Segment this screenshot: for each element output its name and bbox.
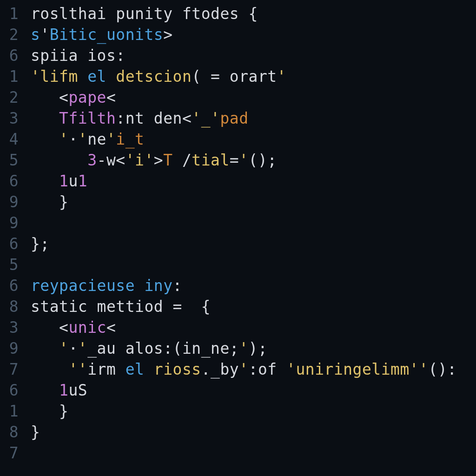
- code-line[interactable]: 1uS: [31, 380, 476, 401]
- token: {: [249, 5, 258, 23]
- line-number-gutter: 1261234569965683976187: [0, 0, 20, 476]
- token: ();: [249, 151, 277, 169]
- token: ': [239, 339, 248, 357]
- token: ': [59, 130, 68, 148]
- token: /: [182, 151, 192, 169]
- token: <: [59, 318, 68, 337]
- code-line[interactable]: [31, 213, 476, 234]
- line-number: 4: [0, 129, 20, 150]
- token: [87, 298, 97, 316]
- code-line[interactable]: s'Bitic_uonits>: [31, 25, 476, 46]
- code-area[interactable]: roslthai punity ftodes {s'Bitic_uonits>s…: [20, 0, 476, 476]
- token: alos: [126, 339, 163, 357]
- token: ne: [87, 130, 106, 148]
- token: [106, 67, 116, 86]
- token: detscion: [116, 67, 192, 86]
- token: Tfilth: [59, 109, 116, 127]
- line-number: 9: [0, 338, 20, 359]
- token: iny: [144, 277, 172, 295]
- token: };: [31, 235, 50, 253]
- token: nt: [126, 109, 145, 127]
- token: >: [163, 26, 172, 44]
- line-number: 6: [0, 46, 20, 66]
- token: [116, 339, 125, 357]
- code-line[interactable]: Tfilth:nt den<'_'pad: [31, 108, 476, 129]
- code-line[interactable]: }: [31, 422, 476, 443]
- code-editor[interactable]: 1261234569965683976187 roslthai punity f…: [0, 0, 476, 476]
- token: <: [106, 318, 116, 337]
- token: 3: [87, 151, 97, 169]
- token: den: [154, 109, 182, 127]
- code-line[interactable]: roslthai punity ftodes {: [31, 4, 476, 25]
- code-line[interactable]: '·'ne'i_t: [31, 129, 476, 150]
- line-number: 9: [0, 192, 20, 213]
- token: ': [239, 151, 248, 169]
- token: <: [182, 109, 192, 127]
- code-line[interactable]: reypacieuse iny:: [31, 276, 476, 297]
- token: uS: [68, 381, 87, 399]
- token: rioss: [154, 360, 201, 378]
- token: of: [258, 360, 277, 378]
- token: :: [447, 360, 456, 378]
- code-line[interactable]: <unic<: [31, 317, 476, 338]
- token: ': [106, 130, 116, 148]
- line-number: 7: [0, 443, 20, 464]
- token: <: [116, 151, 125, 169]
- code-line[interactable]: }: [31, 192, 476, 213]
- code-line[interactable]: 'lifm el detscion( = orart': [31, 66, 476, 87]
- code-line[interactable]: }: [31, 401, 476, 422]
- token: s: [31, 26, 40, 44]
- code-line[interactable]: static mettiod = {: [31, 297, 476, 317]
- code-line[interactable]: <pape<: [31, 87, 476, 108]
- token: [144, 109, 153, 127]
- code-line[interactable]: '·'_au alos:(in_ne;');: [31, 338, 476, 359]
- token: :: [249, 360, 258, 378]
- token: ios: [87, 46, 116, 65]
- line-number: 2: [0, 25, 20, 46]
- token: 'i': [126, 151, 154, 169]
- token: unic: [68, 318, 106, 337]
- code-line[interactable]: [31, 443, 476, 464]
- token: _au: [87, 339, 116, 357]
- line-number: 8: [0, 297, 20, 317]
- line-number: 5: [0, 255, 20, 276]
- code-line[interactable]: };: [31, 234, 476, 255]
- token: ': [40, 26, 49, 44]
- token: :: [173, 277, 182, 295]
- token: .: [201, 360, 211, 378]
- code-line[interactable]: spiia ios:: [31, 46, 476, 66]
- token: {: [201, 298, 211, 316]
- token: =: [173, 298, 182, 316]
- token: [78, 67, 87, 86]
- token: }: [31, 423, 40, 441]
- token: ': [277, 67, 286, 86]
- code-line[interactable]: [31, 255, 476, 276]
- token: 'uniringelimm': [286, 360, 419, 378]
- code-line[interactable]: 3-w<'i'>T /tial='();: [31, 150, 476, 171]
- token: [106, 5, 116, 23]
- token: ': [239, 360, 248, 378]
- token: roslthai: [31, 5, 106, 23]
- token: tial: [192, 151, 229, 169]
- token: }: [59, 402, 68, 420]
- token: :(: [163, 339, 182, 357]
- token: 1: [59, 172, 68, 190]
- line-number: 1: [0, 66, 20, 87]
- token: ;: [230, 339, 239, 357]
- token: punity: [116, 5, 172, 23]
- line-number: 6: [0, 171, 20, 192]
- token: :: [116, 46, 125, 65]
- line-number: 3: [0, 317, 20, 338]
- line-number: 6: [0, 276, 20, 297]
- token: reypacieuse: [31, 277, 135, 295]
- token: ftodes: [182, 5, 239, 23]
- token: [182, 298, 201, 316]
- code-line[interactable]: 1u1: [31, 171, 476, 192]
- token: static: [31, 298, 87, 316]
- token: u: [68, 172, 78, 190]
- token: -: [97, 151, 106, 169]
- token: T: [163, 151, 172, 169]
- token: el: [126, 360, 145, 378]
- token: irm: [87, 360, 116, 378]
- code-line[interactable]: ''irm el rioss._by':of 'uniringelimm''()…: [31, 359, 476, 380]
